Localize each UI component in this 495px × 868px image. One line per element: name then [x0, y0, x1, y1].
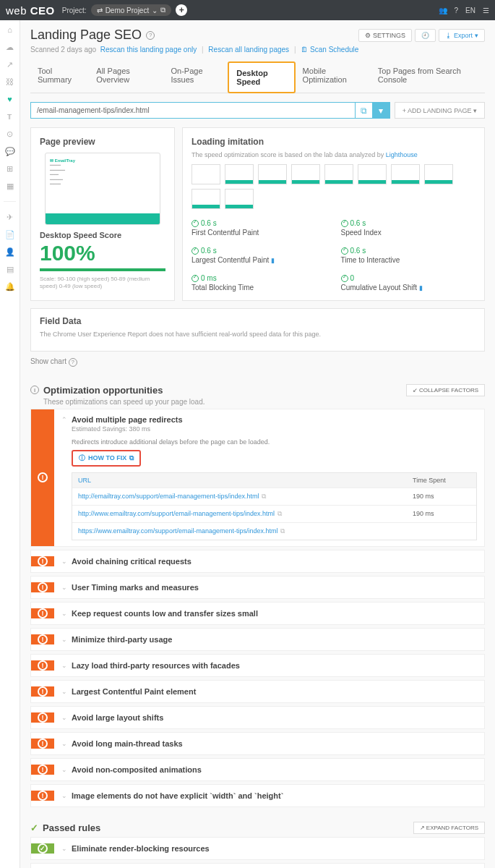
chat-icon[interactable]: 💬	[5, 146, 15, 156]
tabs: Tool Summary All Pages Overview On-Page …	[30, 61, 485, 93]
sidebar: ⌂ ☁ ↗ ⛓ ♥ ⫪ ⊙ 💬 ⊞ ▦ ✈ 📄 👤 ▤ 🔔	[0, 20, 20, 868]
help-icon[interactable]: ?	[455, 7, 459, 14]
factor-chaining[interactable]: !⌄Avoid chaining critical requests	[30, 550, 485, 573]
export-button[interactable]: ⭳ Export ▾	[439, 29, 485, 42]
external-link-icon: ⧉	[129, 454, 134, 462]
chevron-down-icon: ⌄	[61, 584, 67, 591]
tab-search-console[interactable]: Top Pages from Search Console	[371, 61, 485, 93]
page-title: Landing Page SEO ?	[30, 27, 155, 43]
tab-desktop-speed[interactable]: Desktop Speed	[228, 61, 295, 93]
chevron-down-icon: ⌄	[61, 792, 67, 799]
redirects-table: URLTime Spent http://emailtray.com/suppo…	[72, 472, 477, 540]
project-selector[interactable]: ⇄ Demo Project ⌄ ⧉	[91, 4, 172, 16]
scan-info: Scanned 2 days ago Rescan this landing p…	[30, 46, 485, 54]
chevron-down-icon: ⌄	[61, 610, 67, 617]
factor-main-thread[interactable]: !⌄Avoid long main-thread tasks	[30, 732, 485, 755]
scan-schedule-link[interactable]: 🗓 Scan Schedule	[301, 46, 358, 54]
history-button[interactable]: 🕘	[415, 29, 436, 42]
score-value: 100%	[40, 241, 165, 265]
logo: web CEO	[6, 4, 55, 17]
factor-redirects: ! ⌃Avoid multiple page redirects Estimat…	[30, 409, 485, 547]
external-link-icon: ⧉	[160, 6, 165, 14]
users-icon[interactable]: 👥	[439, 7, 447, 14]
factor-status-badge: !	[31, 409, 54, 546]
score-label: Desktop Speed Score	[40, 231, 165, 239]
factor-non-composited[interactable]: !⌄Avoid non-composited animations	[30, 758, 485, 781]
bookmark-icon: ▮	[419, 284, 423, 292]
collapse-factors-button[interactable]: ↙ COLLAPSE FACTORS	[406, 384, 485, 396]
report-icon[interactable]: 📄	[5, 229, 15, 239]
passed-size-images[interactable]: ✓⌄Properly size images	[30, 863, 485, 869]
metric-tbt: 0 msTotal Blocking Time	[191, 274, 327, 292]
field-data-card: Field Data The Chrome User Experience Re…	[30, 308, 485, 352]
factor-image-dimensions[interactable]: !⌄Image elements do not have explicit `w…	[30, 784, 485, 807]
chevron-down-icon: ⌄	[61, 740, 67, 747]
url-dropdown-button[interactable]: ▾	[372, 103, 389, 118]
redirect-url-link[interactable]: http://emailtray.com/support/email-manag…	[78, 493, 259, 500]
info-icon[interactable]: ?	[146, 31, 155, 40]
analytics-icon[interactable]: ⫪	[5, 111, 15, 122]
score-scale: Scale: 90-100 (high speed) 50-89 (medium…	[40, 276, 165, 291]
factor-third-party[interactable]: !⌄Minimize third-party usage	[30, 628, 485, 651]
home-icon[interactable]: ⌂	[5, 25, 15, 35]
thumb	[391, 164, 420, 184]
thumb	[191, 189, 220, 209]
thumb	[358, 164, 387, 184]
redirect-url-link[interactable]: http://www.emailtray.com/support/email-m…	[78, 510, 275, 517]
show-chart-toggle[interactable]: Show chart ?	[30, 357, 485, 367]
menu-icon[interactable]: ☰	[483, 7, 489, 14]
user-icon[interactable]: 👤	[5, 247, 15, 257]
passed-render-blocking[interactable]: ✓⌄Eliminate render-blocking resources	[30, 837, 485, 860]
thumb	[291, 164, 320, 184]
add-project-button[interactable]: +	[176, 4, 187, 16]
landing-page-url-input[interactable]	[31, 103, 355, 118]
doc-icon[interactable]: ▤	[5, 264, 15, 274]
chevron-up-icon: ⌃	[61, 416, 67, 423]
chevron-down-icon: ⌄	[61, 662, 67, 669]
copy-icon[interactable]: ⧉	[262, 493, 266, 500]
language-selector[interactable]: EN	[465, 7, 475, 14]
metric-lcp: 0.6 sLargest Contentful Paint ▮	[191, 247, 327, 264]
factor-lcp-element[interactable]: !⌄Largest Contentful Paint element	[30, 680, 485, 703]
chevron-down-icon: ⌄	[61, 714, 67, 721]
factor-toggle[interactable]: ⌃Avoid multiple page redirects	[61, 415, 477, 424]
tab-mobile-opt[interactable]: Mobile Optimization	[296, 61, 371, 93]
copy-icon[interactable]: ⧉	[277, 510, 282, 517]
location-icon[interactable]: ⊙	[5, 129, 15, 139]
share-icon: ⇄	[97, 7, 103, 14]
dashboard-icon[interactable]: ☁	[5, 42, 15, 52]
lighthouse-link[interactable]: Lighthouse	[386, 151, 418, 158]
info-icon: i	[30, 386, 39, 394]
rescan-one-link[interactable]: Rescan this landing page only	[100, 46, 197, 54]
table-row: http://www.emailtray.com/support/email-m…	[72, 505, 476, 522]
factor-lazy-facades[interactable]: !⌄Lazy load third-party resources with f…	[30, 654, 485, 677]
redirect-url-link[interactable]: https://www.emailtray.com/support/email-…	[78, 527, 277, 535]
how-to-fix-button[interactable]: ⓘHOW TO FIX⧉	[72, 450, 141, 467]
factor-user-timing[interactable]: !⌄User Timing marks and measures	[30, 576, 485, 599]
tab-all-pages[interactable]: All Pages Overview	[89, 61, 163, 93]
factor-layout-shifts[interactable]: !⌄Avoid large layout shifts	[30, 706, 485, 729]
table-row: https://www.emailtray.com/support/email-…	[72, 522, 476, 540]
metric-tti: 0.6 sTime to Interactive	[341, 247, 476, 264]
calendar-icon[interactable]: ▦	[5, 181, 15, 191]
chart-icon[interactable]: ↗	[5, 59, 15, 69]
loading-imitation-card: Loading imitation The speed optimization…	[182, 127, 485, 301]
rescan-all-link[interactable]: Rescan all landing pages	[208, 46, 289, 54]
settings-button[interactable]: ⚙ SETTINGS	[358, 29, 412, 42]
copy-icon[interactable]: ⧉	[280, 527, 285, 535]
chevron-down-icon: ⌄	[61, 766, 67, 773]
thumb	[225, 189, 254, 209]
add-landing-page-button[interactable]: + ADD LANDING PAGE ▾	[395, 102, 485, 119]
heart-icon[interactable]: ♥	[5, 94, 15, 104]
bell-icon[interactable]: 🔔	[5, 281, 15, 292]
link-icon[interactable]: ⛓	[5, 77, 15, 87]
tab-onpage-issues[interactable]: On-Page Issues	[164, 61, 228, 93]
rocket-icon[interactable]: ✈	[5, 212, 15, 222]
metric-fcp: 0.6 sFirst Contentful Paint	[191, 219, 327, 237]
tools-icon[interactable]: ⊞	[5, 163, 15, 174]
factor-request-counts[interactable]: !⌄Keep request counts low and transfer s…	[30, 602, 485, 625]
bookmark-icon: ▮	[271, 257, 275, 264]
tab-tool-summary[interactable]: Tool Summary	[30, 61, 89, 93]
expand-factors-button[interactable]: ↗ EXPAND FACTORS	[413, 822, 485, 834]
open-url-button[interactable]: ⧉	[355, 103, 372, 118]
